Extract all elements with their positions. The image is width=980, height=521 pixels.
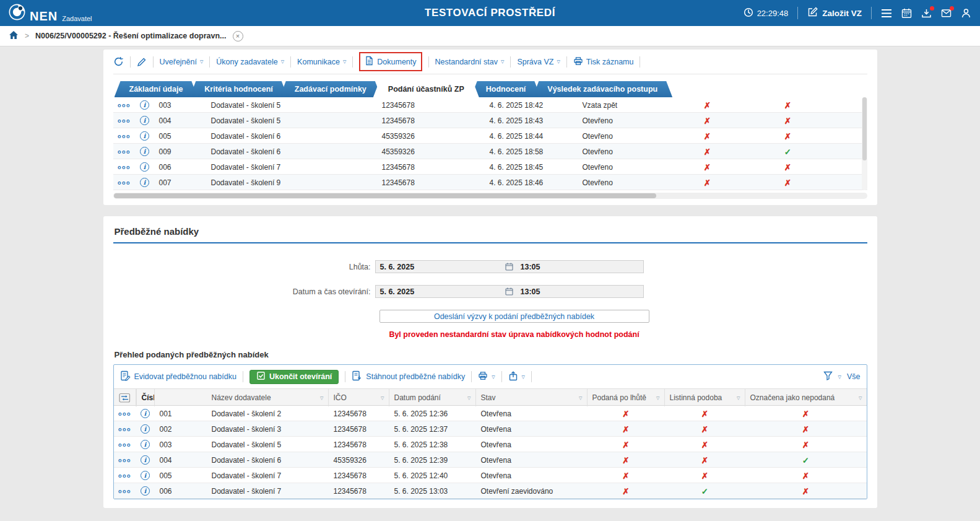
row-menu-icon[interactable]: ooo xyxy=(118,488,131,494)
calendar-icon[interactable] xyxy=(503,263,516,271)
tab-kriteria-hodnoceni[interactable]: Kritéria hodnocení xyxy=(189,81,287,97)
user-profile-icon[interactable] xyxy=(961,8,971,19)
table-row[interactable]: ooo i 007 Dodavatel - školení 9 12345678… xyxy=(113,175,867,190)
filter-icon[interactable] xyxy=(823,371,833,383)
header-cislo[interactable]: Číslo ↑ ▽ xyxy=(136,389,155,406)
header-nazev-dodavatele[interactable]: Název dodavatele▽ xyxy=(207,389,329,406)
menu-ukony-zadavatele[interactable]: Úkony zadavatele▽ xyxy=(216,58,284,66)
breadcrumb-item[interactable]: N006/25/V00005292 - Řešení optimalizace … xyxy=(35,32,226,40)
downloads-icon[interactable] xyxy=(921,8,932,19)
refresh-icon[interactable] xyxy=(113,56,124,67)
info-icon[interactable]: i xyxy=(140,131,149,141)
menu-sprava-vz[interactable]: Správa VZ▽ xyxy=(517,58,560,66)
header-ico[interactable]: IČO▽ xyxy=(329,389,389,406)
chevron-down-icon: ▽ xyxy=(343,59,346,64)
header-stav[interactable]: Stav▽ xyxy=(476,389,588,406)
mark-listinna-podoba: ✗ xyxy=(665,452,745,468)
menu-nestandardni-stav[interactable]: Nestandardní stav▽ xyxy=(435,58,505,66)
row-menu-icon[interactable]: ooo xyxy=(118,411,131,417)
home-icon[interactable] xyxy=(9,30,19,42)
cell-cislo: 007 xyxy=(154,175,206,190)
menu-dokumenty-highlighted[interactable]: Dokumenty xyxy=(359,52,422,71)
row-menu-icon[interactable]: ooo xyxy=(118,457,131,463)
row-menu-icon[interactable]: ooo xyxy=(118,426,131,432)
info-icon[interactable]: i xyxy=(140,116,149,125)
row-menu-icon[interactable]: ooo xyxy=(118,180,131,186)
cell-ico: 12345678 xyxy=(379,175,485,190)
tab-zadavaci-podminky[interactable]: Zadávací podmínky xyxy=(280,81,381,97)
nen-logo[interactable]: NEN Zadavatel xyxy=(9,4,92,23)
messages-icon[interactable] xyxy=(941,8,952,19)
header-datum-podani[interactable]: Datum podání▽ xyxy=(389,389,476,406)
header-listinna-podoba[interactable]: Listinná podoba▽ xyxy=(665,389,745,406)
odeslani-vyzvy-button[interactable]: Odeslání výzvy k podání předběžných nabí… xyxy=(379,310,649,323)
zalozit-vz-button[interactable]: Založit VZ xyxy=(807,7,862,19)
clock-value: 22:29:48 xyxy=(757,9,789,18)
horizontal-scrollbar[interactable] xyxy=(113,193,867,199)
calendar-icon[interactable] xyxy=(503,287,516,296)
table-row[interactable]: ooo i 005 Dodavatel - školení 6 45359326… xyxy=(113,128,867,144)
info-icon[interactable]: i xyxy=(140,162,149,172)
print-table-button[interactable]: ▽ xyxy=(478,371,495,382)
menu-hamburger-icon[interactable] xyxy=(881,9,892,18)
table-row[interactable]: ooo i 002 Dodavatel - školení 3 12345678… xyxy=(114,421,867,437)
row-menu-icon[interactable]: ooo xyxy=(118,473,131,479)
row-menu-icon[interactable]: ooo xyxy=(118,442,131,448)
row-menu-icon[interactable]: ooo xyxy=(118,118,131,124)
tab-podani-ucastniku-zp[interactable]: Podání účastníků ZP xyxy=(373,81,479,97)
oteviranni-datetime-field[interactable]: 5. 6. 2025 13:05 xyxy=(375,285,644,298)
tab-vysledek-zadavaciho-postupu[interactable]: Výsledek zadávacího postupu xyxy=(532,81,672,97)
filter-vse-link[interactable]: Vše xyxy=(847,372,861,381)
header-oznacena-jako-nepodana[interactable]: Označena jako nepodaná▽ xyxy=(745,389,867,406)
info-icon[interactable]: i xyxy=(141,440,150,449)
cell-ico: 12345678 xyxy=(329,468,389,483)
divider xyxy=(130,56,131,68)
table-row[interactable]: ooo i 004 Dodavatel - školení 5 12345678… xyxy=(113,113,867,128)
prehled-toolbar: Evidovat předběžnou nabídku Ukončit otev… xyxy=(114,365,867,388)
table-row[interactable]: ooo i 001 Dodavatel - školení 2 12345678… xyxy=(114,406,867,421)
cell-stav: Vzata zpět xyxy=(578,97,670,113)
menu-komunikace[interactable]: Komunikace▽ xyxy=(297,58,346,66)
table-row[interactable]: ooo i 005 Dodavatel - školení 7 12345678… xyxy=(114,468,867,483)
edit-pencil-icon[interactable] xyxy=(137,57,147,67)
mark-1: ✗ xyxy=(670,144,745,159)
cell-datum-podani: 5. 6. 2025 12:40 xyxy=(389,468,476,483)
scrollbar-thumb[interactable] xyxy=(114,193,657,198)
table-row[interactable]: ooo i 006 Dodavatel - školení 7 12345678… xyxy=(113,159,867,175)
info-icon[interactable]: i xyxy=(141,409,150,418)
table-row[interactable]: ooo i 003 Dodavatel - školení 5 12345678… xyxy=(113,97,867,113)
row-menu-icon[interactable]: ooo xyxy=(118,149,131,155)
info-icon[interactable]: i xyxy=(141,455,150,465)
export-button[interactable]: ▽ xyxy=(508,371,525,383)
cell-nazev-dodavatele: Dodavatel - školení 6 xyxy=(206,144,379,159)
menu-uverejneni[interactable]: Uveřejnění▽ xyxy=(160,58,204,66)
vertical-scrollbar[interactable] xyxy=(862,97,867,190)
evidovat-nabidku-button[interactable]: Evidovat předběžnou nabídku xyxy=(120,370,236,383)
chevron-down-icon[interactable]: ▽ xyxy=(838,375,841,379)
row-menu-icon[interactable]: ooo xyxy=(118,133,131,139)
header-podana-po-lhute[interactable]: Podaná po lhůtě▽ xyxy=(588,389,665,406)
lhuta-datetime-field[interactable]: 5. 6. 2025 13:05 xyxy=(375,260,644,273)
column-settings-button[interactable] xyxy=(114,389,136,406)
info-icon[interactable]: i xyxy=(140,178,149,187)
row-menu-icon[interactable]: ooo xyxy=(118,164,131,170)
table-row[interactable]: ooo i 003 Dodavatel - školení 5 12345678… xyxy=(114,437,867,452)
info-icon[interactable]: i xyxy=(140,147,149,156)
table-row[interactable]: ooo i 006 Dodavatel - školení 7 12345678… xyxy=(114,483,867,499)
row-menu-icon[interactable]: ooo xyxy=(118,102,131,108)
table-row[interactable]: ooo i 004 Dodavatel - školení 6 45359326… xyxy=(114,452,867,468)
table-row[interactable]: ooo i 009 Dodavatel - školení 6 45359326… xyxy=(113,144,867,159)
tab-hodnoceni[interactable]: Hodnocení xyxy=(471,81,541,97)
menu-tisk-zaznamu[interactable]: Tisk záznamu xyxy=(573,56,634,68)
info-icon[interactable]: i xyxy=(141,486,150,496)
info-icon[interactable]: i xyxy=(141,424,150,434)
info-icon[interactable]: i xyxy=(141,471,150,480)
scrollbar-thumb[interactable] xyxy=(862,97,867,160)
calendar-icon[interactable] xyxy=(901,8,912,19)
tab-zakladni-udaje[interactable]: Základní údaje xyxy=(115,81,198,97)
ukoncit-otevirani-button[interactable]: Ukončit otevírání xyxy=(249,370,339,384)
close-icon[interactable]: × xyxy=(233,31,243,42)
info-icon[interactable]: i xyxy=(140,100,149,110)
stahnout-nabidky-button[interactable]: Stáhnout předběžné nabídky xyxy=(352,370,465,383)
cell-nazev-dodavatele: Dodavatel - školení 5 xyxy=(206,113,379,128)
